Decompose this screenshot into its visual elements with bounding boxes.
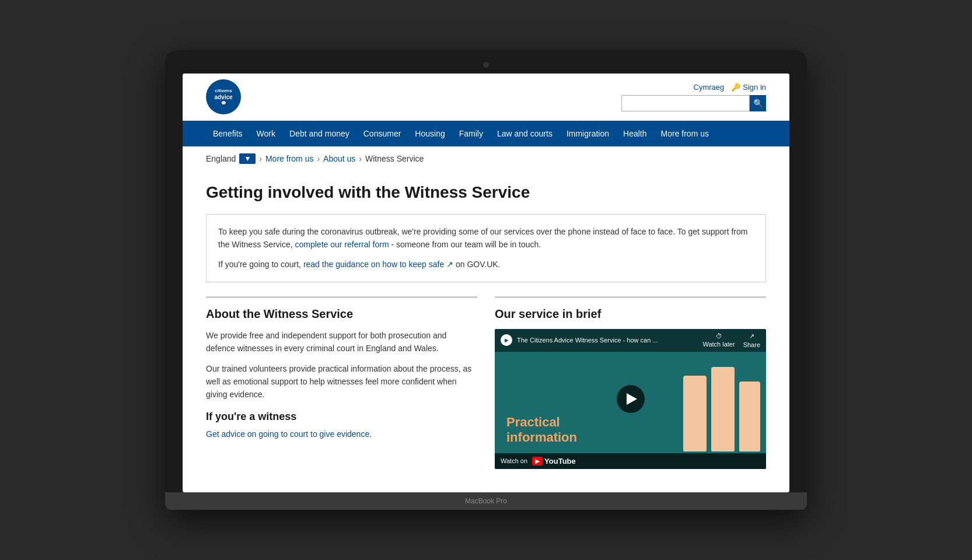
laptop-camera [483,62,489,68]
logo-line1: citizens [215,88,232,94]
nav-item-more-from-us[interactable]: More from us [654,121,716,146]
logo-line2: advice [214,94,232,101]
logo-speech-bubble: 💬 [221,101,226,106]
video-bottom-bar: Watch on ▶ YouTube [495,453,766,469]
search-button[interactable]: 🔍 [750,95,766,111]
video-bg-text: Practical information [506,415,577,446]
nav-item-housing[interactable]: Housing [408,121,452,146]
cymraeg-link[interactable]: Cymraeg [694,83,725,92]
region-selector: England ▼ [206,153,256,164]
left-column: About the Witness Service We provide fre… [206,296,477,469]
header-right: Cymraeg 🔑 Sign in 🔍 [621,83,766,111]
share-button[interactable]: ↗ Share [743,332,760,348]
right-column: Our service in brief ▶ The Citizens Advi… [495,296,766,469]
key-icon: 🔑 [731,83,740,92]
nav-item-debt-and-money[interactable]: Debt and money [282,121,356,146]
search-icon: 🔍 [753,99,763,108]
sign-in-link[interactable]: 🔑 Sign in [731,83,766,92]
breadcrumb: England ▼ › More from us › About us › Wi… [183,146,789,171]
notice-para-1: To keep you safe during the coronavirus … [218,225,754,251]
content-grid: About the Witness Service We provide fre… [206,296,766,469]
video-title: The Citizens Advice Witness Service - ho… [517,337,698,344]
about-para-1: We provide free and independent support … [206,329,477,355]
silhouettes [683,367,760,452]
about-para-2: Our trained volunteers provide practical… [206,362,477,401]
video-player[interactable]: ▶ The Citizens Advice Witness Service - … [495,329,766,469]
witness-sub-heading: If you're a witness [206,411,477,423]
watch-on-label: Watch on [501,457,527,464]
breadcrumb-sep-1: › [259,154,262,163]
page-title: Getting involved with the Witness Servic… [206,183,766,202]
breadcrumb-current: Witness Service [365,154,424,163]
referral-form-link[interactable]: complete our referral form [295,240,389,249]
figure-3 [739,382,760,452]
breadcrumb-sep-2: › [317,154,320,163]
region-dropdown-button[interactable]: ▼ [239,153,256,164]
nav-item-work[interactable]: Work [250,121,282,146]
notice-para-2: If you're going to court, read the guida… [218,258,754,271]
nav-item-health[interactable]: Health [616,121,653,146]
play-button[interactable] [617,385,645,413]
header-top-links: Cymraeg 🔑 Sign in [694,83,767,92]
yt-small-logo: ▶ [501,334,512,346]
search-bar: 🔍 [621,95,766,111]
figure-1 [683,376,707,452]
youtube-logo[interactable]: ▶ YouTube [532,457,576,466]
nav-item-consumer[interactable]: Consumer [356,121,408,146]
breadcrumb-link-more-from-us[interactable]: More from us [265,154,313,163]
nav-item-immigration[interactable]: Immigration [560,121,616,146]
watch-later-button[interactable]: ⏱ Watch later [702,332,735,348]
region-label: England [206,154,236,163]
nav-item-benefits[interactable]: Benefits [206,121,250,146]
citizens-advice-logo[interactable]: citizens advice 💬 [206,79,241,114]
yt-icon: ▶ [532,457,543,466]
service-in-brief-title: Our service in brief [495,307,766,321]
nav-item-law-and-courts[interactable]: Law and courts [490,121,560,146]
main-nav: Benefits Work Debt and money Consumer Ho… [183,121,789,146]
laptop-base: MacBook Pro [165,492,807,510]
guidance-link[interactable]: read the guidance on how to keep safe ↗ [303,260,453,269]
video-actions: ⏱ Watch later ↗ Share [702,332,760,348]
breadcrumb-link-about-us[interactable]: About us [323,154,355,163]
nav-item-family[interactable]: Family [452,121,490,146]
about-witness-service-title: About the Witness Service [206,307,477,321]
site-header: citizens advice 💬 Cymraeg 🔑 Sign in 🔍 [183,74,789,121]
video-top-bar: ▶ The Citizens Advice Witness Service - … [495,329,766,352]
breadcrumb-sep-3: › [359,154,362,163]
search-input[interactable] [621,95,750,111]
advice-link[interactable]: Get advice on going to court to give evi… [206,429,372,439]
play-triangle-icon [627,393,637,405]
notice-box: To keep you safe during the coronavirus … [206,214,766,282]
main-content: Getting involved with the Witness Servic… [183,171,789,492]
figure-2 [711,367,735,452]
